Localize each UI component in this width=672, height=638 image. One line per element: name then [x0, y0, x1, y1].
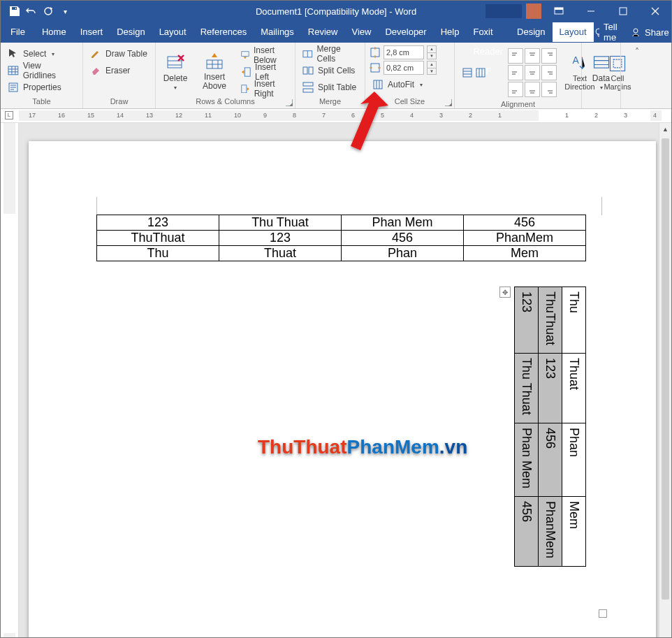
- tab-mailings[interactable]: Mailings: [254, 22, 301, 42]
- split-table-button[interactable]: Split Table: [300, 79, 359, 96]
- table-row[interactable]: ThuThuat 123 456 PhanMem: [97, 231, 586, 246]
- table-resize-handle-icon[interactable]: [599, 609, 607, 618]
- maximize-button[interactable]: [607, 1, 639, 22]
- table-cell[interactable]: 456: [515, 496, 539, 566]
- table-row[interactable]: Phan Mem 456 Phan: [515, 423, 586, 496]
- table-cell[interactable]: Phan Mem: [342, 215, 464, 231]
- align-mid-right-icon[interactable]: [541, 65, 557, 80]
- align-mid-left-icon[interactable]: [508, 65, 523, 80]
- eraser-button[interactable]: Eraser: [87, 62, 133, 79]
- data-button[interactable]: Data ▾: [586, 50, 617, 94]
- table-row[interactable]: 123 ThuThuat Thu: [515, 287, 586, 354]
- table-cell[interactable]: Thu: [97, 246, 219, 261]
- table-row[interactable]: 123 Thu Thuat Phan Mem 456: [97, 215, 586, 231]
- save-icon[interactable]: [9, 6, 20, 17]
- row-height-input[interactable]: 2,8 cm: [384, 45, 424, 59]
- qat-customize-icon[interactable]: ▾: [59, 6, 71, 17]
- table-cell[interactable]: 456: [539, 423, 562, 496]
- document-canvas[interactable]: 123 Thu Thuat Phan Mem 456 ThuThuat 123 …: [19, 123, 659, 638]
- tab-developer[interactable]: Developer: [378, 22, 433, 42]
- spinner-up-icon[interactable]: ▲: [428, 61, 436, 68]
- tab-references[interactable]: References: [193, 22, 254, 42]
- spinner-down-icon[interactable]: ▼: [428, 68, 436, 75]
- table-cell[interactable]: Phan: [342, 246, 464, 261]
- view-gridlines-button[interactable]: View Gridlines: [5, 62, 78, 79]
- table-cell[interactable]: Thu Thuat: [515, 354, 539, 423]
- table-cell[interactable]: ThuThuat: [539, 287, 562, 354]
- table-cell[interactable]: Thu Thuat: [219, 215, 342, 231]
- table-cell[interactable]: 123: [97, 215, 219, 231]
- tab-review[interactable]: Review: [301, 22, 345, 42]
- tab-design[interactable]: Design: [110, 22, 152, 42]
- document-table-horizontal[interactable]: 123 Thu Thuat Phan Mem 456 ThuThuat 123 …: [96, 215, 586, 261]
- close-button[interactable]: [639, 1, 671, 22]
- ribbon-display-options-icon[interactable]: [543, 1, 575, 22]
- tab-tabletools-layout[interactable]: Layout: [553, 22, 594, 42]
- tell-me[interactable]: Tell me: [594, 22, 622, 43]
- table-cell[interactable]: Thuat: [219, 246, 342, 261]
- table-cell[interactable]: Phan Mem: [515, 423, 539, 496]
- user-avatar[interactable]: [526, 3, 541, 19]
- distribute-rows-icon[interactable]: [462, 67, 473, 78]
- table-move-handle-icon[interactable]: ✥: [499, 287, 511, 298]
- table-row[interactable]: Thu Thuat Phan Mem: [97, 246, 586, 261]
- table-cell[interactable]: Thuat: [562, 354, 586, 423]
- align-bot-right-icon[interactable]: [541, 82, 557, 97]
- tab-file[interactable]: File: [1, 22, 35, 42]
- insert-left-button[interactable]: Insert Left: [238, 64, 291, 80]
- vertical-ruler[interactable]: [1, 123, 19, 638]
- row-height-spinner[interactable]: ▲▼: [427, 45, 437, 59]
- select-button[interactable]: Select ▾: [5, 45, 57, 62]
- scroll-up-icon[interactable]: ▲: [659, 123, 671, 136]
- column-width-input[interactable]: 0,82 cm: [384, 61, 424, 75]
- spinner-up-icon[interactable]: ▲: [428, 46, 436, 53]
- undo-icon[interactable]: [26, 6, 37, 17]
- align-bot-center-icon[interactable]: [525, 82, 540, 97]
- table-cell[interactable]: Thu: [562, 287, 586, 354]
- horizontal-ruler[interactable]: L 12345678910111213141516171234: [1, 109, 671, 123]
- table-cell[interactable]: Mem: [562, 496, 586, 566]
- table-row[interactable]: Thu Thuat 123 Thuat: [515, 354, 586, 423]
- draw-table-button[interactable]: Draw Table: [87, 45, 150, 62]
- table-cell[interactable]: PhanMem: [539, 496, 562, 566]
- dialog-launcher-icon[interactable]: [445, 99, 452, 106]
- dialog-launcher-icon[interactable]: [286, 99, 293, 106]
- align-top-right-icon[interactable]: [541, 48, 557, 64]
- share-button[interactable]: Share: [631, 27, 669, 38]
- scrollbar-thumb[interactable]: [662, 138, 669, 600]
- align-bot-left-icon[interactable]: [508, 82, 523, 97]
- insert-above-button[interactable]: Insert Above: [193, 49, 235, 94]
- autofit-button[interactable]: AutoFit ▾: [370, 76, 425, 93]
- insert-below-button[interactable]: Insert Below: [238, 47, 291, 64]
- align-mid-center-icon[interactable]: [525, 65, 540, 80]
- distribute-cols-icon[interactable]: [475, 67, 486, 78]
- merge-cells-button[interactable]: Merge Cells: [300, 45, 360, 62]
- tab-tabletools-design[interactable]: Design: [510, 22, 552, 42]
- align-top-center-icon[interactable]: [525, 48, 540, 64]
- table-cell[interactable]: 123: [219, 231, 342, 246]
- redo-icon[interactable]: [43, 6, 54, 17]
- table-cell[interactable]: ThuThuat: [97, 231, 219, 246]
- table-cell[interactable]: Phan: [562, 423, 586, 496]
- tab-foxit[interactable]: Foxit Reader PDF: [466, 22, 510, 42]
- table-cell[interactable]: 456: [342, 231, 464, 246]
- tab-home[interactable]: Home: [35, 22, 73, 42]
- minimize-button[interactable]: [575, 1, 607, 22]
- table-cell[interactable]: 123: [539, 354, 562, 423]
- split-cells-button[interactable]: Split Cells: [300, 62, 358, 79]
- column-width-spinner[interactable]: ▲▼: [427, 61, 437, 75]
- alignment-grid[interactable]: [505, 45, 560, 100]
- tab-help[interactable]: Help: [434, 22, 467, 42]
- table-cell[interactable]: Mem: [464, 246, 586, 261]
- tab-layout[interactable]: Layout: [152, 22, 193, 42]
- delete-button[interactable]: Delete ▾: [160, 50, 191, 94]
- spinner-down-icon[interactable]: ▼: [428, 53, 436, 59]
- table-cell[interactable]: PhanMem: [464, 231, 586, 246]
- tab-insert[interactable]: Insert: [73, 22, 110, 42]
- properties-button[interactable]: Properties: [5, 79, 64, 96]
- table-cell[interactable]: 456: [464, 215, 586, 231]
- align-top-left-icon[interactable]: [508, 48, 523, 64]
- insert-right-button[interactable]: Insert Right: [238, 80, 291, 97]
- document-table-vertical[interactable]: 123 ThuThuat Thu Thu Thuat 123 Thuat Pha…: [514, 287, 586, 567]
- table-row[interactable]: 456 PhanMem Mem: [515, 496, 586, 566]
